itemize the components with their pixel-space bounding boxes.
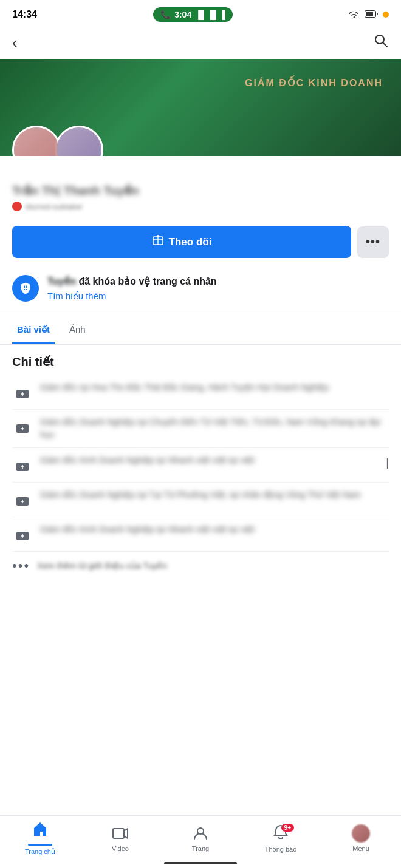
detail-icon-3 [12,455,33,476]
back-button[interactable]: ‹ [12,33,18,52]
battery-icon [365,9,378,20]
svg-rect-1 [366,12,373,16]
orange-dot [383,12,389,18]
avatar-main [12,126,61,156]
detail-more-text: Xem thêm từ giới thiệu của Tuyền [37,561,167,571]
trang-icon [191,824,210,843]
status-right [349,9,389,20]
menu-avatar-img [352,824,370,843]
detail-text-4: Giám đốc Doanh Nghiệp tại Tại Từ Phường … [40,489,389,501]
svg-point-7 [157,235,159,237]
phone-icon: 📞 [160,10,171,19]
profile-info: Trần Thị Thanh Tuyền blurred-sublabel [0,156,401,219]
detail-icon-1 [12,382,33,403]
nav-menu-label: Menu [352,845,369,852]
section-title: Chi tiết [0,345,401,375]
follow-icon [152,234,164,249]
privacy-message: đã khóa bảo vệ trang cá nhân [78,276,216,287]
status-time: 14:34 [12,9,37,20]
svg-rect-23 [113,829,124,838]
privacy-icon [12,275,39,302]
detail-text-3: Giám đốc Kinh Doanh Nghiệp tại Nhanh việ… [40,454,379,467]
privacy-notice: Tuyền đã khóa bảo vệ trang cá nhân Tìm h… [0,265,401,311]
avatar-secondary [55,126,103,156]
notification-icon-wrapper: 9+ [272,824,289,843]
nav-home[interactable]: Trang chủ [22,821,58,856]
video-icon [111,824,129,843]
tab-anh[interactable]: Ảnh [64,317,91,344]
home-active-line [28,844,52,846]
profile-sublabel: blurred-sublabel [26,202,82,211]
nav-video[interactable]: Video [102,824,139,852]
detail-text-2: Giám đốc Doanh Nghiệp tại Chuyến Đến Từ … [40,416,389,441]
detail-icon-5 [12,524,33,545]
follow-button[interactable]: Theo dõi [12,226,351,258]
bottom-nav: Trang chủ Video Trang 9+ [0,815,401,868]
sound-waves: ▐▌▐▌▐ [195,10,225,19]
nav-home-label: Trang chủ [25,848,55,856]
nav-trang-label: Trang [192,845,209,852]
nav-thongbao-label: Thông báo [265,846,297,853]
nav-thongbao[interactable]: 9+ Thông báo [262,824,299,853]
divider-1 [0,314,401,314]
profile-avatars [12,126,97,156]
svg-line-3 [383,43,388,47]
nav-video-label: Video [112,845,129,852]
privacy-link[interactable]: Tìm hiểu thêm [47,291,389,302]
detail-item: Giám đốc Kinh Doanh Nghiệp tại Nhanh việ… [12,448,389,483]
follow-label: Theo dõi [169,236,212,248]
tabs: Bài viết Ảnh [0,317,401,345]
cover-photo: GIÁM ĐỐC KINH DOANH [0,59,401,156]
detail-item: Giám đốc Kinh Doanh Nghiệp tại Nhanh việ… [12,517,389,552]
wifi-icon [349,10,360,20]
privacy-main: Tuyền đã khóa bảo vệ trang cá nhân [47,276,217,287]
cover-title: GIÁM ĐỐC KINH DOANH [245,77,383,89]
detail-more-row: ••• Xem thêm từ giới thiệu của Tuyền [12,552,389,580]
nav-menu[interactable]: Menu [343,824,379,852]
home-icon-wrapper [32,821,49,840]
profile-sub-dot [12,202,22,211]
detail-icon-2 [12,417,33,438]
detail-dots-icon: ••• [12,558,30,574]
nav-bar: ‹ [0,27,401,59]
avatar-blur-secondary [57,127,101,156]
search-button[interactable] [373,33,389,53]
profile-name: Trần Thị Thanh Tuyền [12,183,389,198]
detail-item: Giám đốc tại Hoa Tho Bắc Thái Bắc Giang,… [12,375,389,410]
detail-list: Giám đốc tại Hoa Tho Bắc Thái Bắc Giang,… [0,375,401,580]
profile-sub: blurred-sublabel [12,202,389,211]
badge-count: 9+ [281,824,294,832]
detail-more-icon: | [386,456,389,469]
call-pill: 📞 3:04 ▐▌▐▌▐ [153,7,233,22]
notification-badge: 9+ [281,821,294,832]
action-buttons: Theo dõi ••• [0,219,401,265]
detail-text-5: Giám đốc Kinh Doanh Nghiệp tại Nhanh việ… [40,523,389,536]
call-time: 3:04 [174,10,191,19]
more-button[interactable]: ••• [357,226,389,258]
tab-baivet[interactable]: Bài viết [12,317,55,344]
detail-icon-4 [12,490,33,510]
more-icon: ••• [366,235,380,249]
detail-text-1: Giám đốc tại Hoa Tho Bắc Thái Bắc Giang,… [40,381,389,394]
privacy-name: Tuyền [47,276,76,287]
avatar-blur-main [14,127,59,156]
detail-item: Giám đốc Doanh Nghiệp tại Tại Từ Phường … [12,483,389,517]
privacy-text: Tuyền đã khóa bảo vệ trang cá nhân Tìm h… [47,275,389,302]
nav-trang[interactable]: Trang [182,824,219,852]
menu-avatar [352,824,370,843]
detail-item: Giám đốc Doanh Nghiệp tại Chuyến Đến Từ … [12,410,389,448]
bottom-handle [164,862,237,864]
status-bar: 14:34 📞 3:04 ▐▌▐▌▐ [0,0,401,27]
